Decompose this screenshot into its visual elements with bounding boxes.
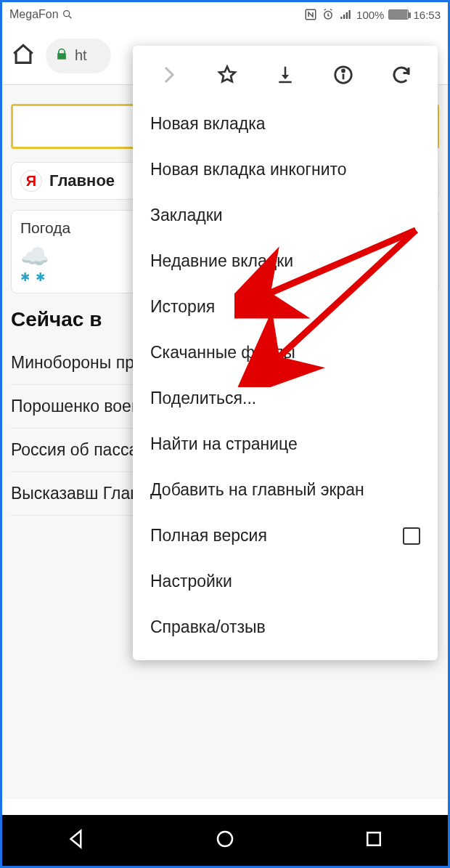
spacer: [2, 799, 448, 815]
tab-main-label: Главное: [49, 171, 115, 190]
status-bar: MegaFon 100% 16:53: [2, 2, 448, 27]
lock-icon: [54, 47, 69, 65]
svg-rect-10: [367, 832, 380, 845]
svg-point-9: [218, 832, 232, 846]
browser-menu: Новая вкладка Новая вкладка инкогнито За…: [133, 46, 438, 660]
menu-downloads[interactable]: Скачанные файлы: [133, 330, 438, 376]
signal-icon: [339, 8, 352, 21]
carrier-label: MegaFon: [9, 8, 59, 21]
back-button[interactable]: [65, 828, 87, 853]
battery-pct: 100%: [356, 9, 384, 21]
menu-new-tab[interactable]: Новая вкладка: [133, 101, 438, 147]
svg-line-1: [69, 16, 71, 18]
reload-icon[interactable]: [388, 62, 414, 88]
recent-button[interactable]: [363, 828, 385, 853]
menu-icon-row: [133, 53, 438, 101]
info-icon[interactable]: [330, 62, 356, 88]
menu-bookmarks[interactable]: Закладки: [133, 192, 438, 238]
nfc-icon: [304, 8, 317, 21]
home-button[interactable]: [214, 828, 236, 853]
svg-point-6: [343, 70, 345, 72]
url-bar[interactable]: ht: [46, 38, 111, 73]
menu-incognito[interactable]: Новая вкладка инкогнито: [133, 147, 438, 192]
menu-share[interactable]: Поделиться...: [133, 376, 438, 421]
menu-help[interactable]: Справка/отзыв: [133, 604, 438, 650]
url-text: ht: [75, 47, 87, 64]
download-icon[interactable]: [272, 62, 298, 88]
svg-point-0: [63, 11, 69, 17]
menu-recent-tabs[interactable]: Недавние вкладки: [133, 238, 438, 284]
menu-find[interactable]: Найти на странице: [133, 421, 438, 467]
menu-history[interactable]: История: [133, 284, 438, 330]
search-icon: [62, 9, 73, 20]
alarm-icon: [322, 8, 335, 21]
home-icon[interactable]: [11, 42, 36, 70]
menu-settings[interactable]: Настройки: [133, 559, 438, 604]
android-nav-bar: [2, 815, 448, 866]
battery-icon: [388, 9, 409, 20]
desktop-checkbox[interactable]: [403, 527, 420, 545]
star-icon[interactable]: [214, 62, 240, 88]
menu-desktop-site[interactable]: Полная версия: [133, 513, 438, 559]
yandex-icon: Я: [20, 170, 42, 192]
clock: 16:53: [413, 9, 441, 21]
menu-add-homescreen[interactable]: Добавить на главный экран: [133, 467, 438, 513]
device-frame: MegaFon 100% 16:53: [0, 0, 450, 868]
forward-icon[interactable]: [156, 62, 182, 88]
